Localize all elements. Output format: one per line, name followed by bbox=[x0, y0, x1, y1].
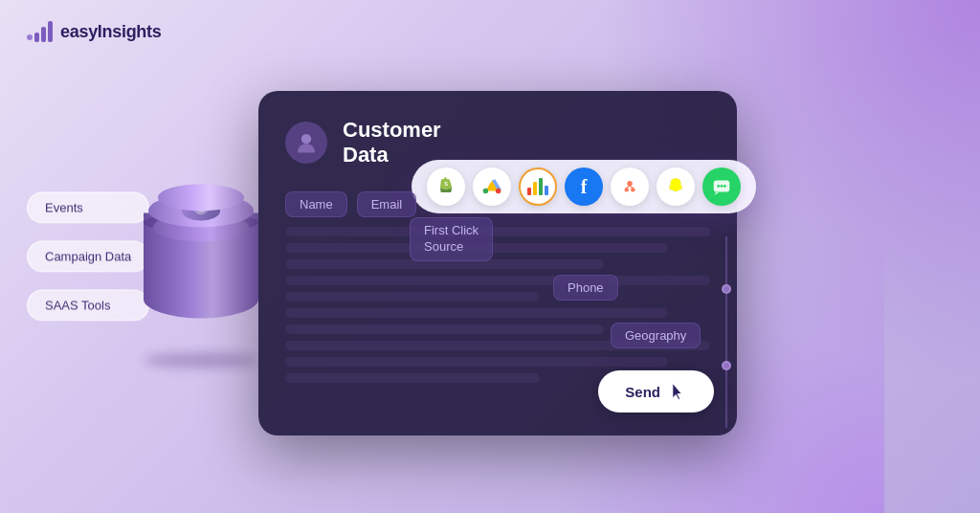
timeline-dot-2 bbox=[722, 361, 731, 370]
field-name-tag: Name bbox=[285, 191, 347, 217]
logo-text: easyInsights bbox=[60, 22, 161, 42]
data-row-10 bbox=[285, 373, 540, 383]
field-email-tag: Email bbox=[357, 191, 417, 217]
vertical-timeline-line bbox=[725, 236, 727, 428]
svg-point-12 bbox=[301, 134, 311, 144]
logo-insights: Insights bbox=[98, 22, 162, 41]
main-card: S f bbox=[258, 91, 737, 435]
logo-bar-3 bbox=[48, 21, 53, 42]
cursor-icon bbox=[668, 380, 687, 403]
field-phone-tag: Phone bbox=[553, 275, 618, 301]
avatar bbox=[285, 122, 327, 164]
cylinder: ◉ bbox=[144, 184, 258, 318]
phone-tag-wrapper: Phone bbox=[553, 275, 618, 301]
svg-point-11 bbox=[724, 185, 726, 188]
svg-text:S: S bbox=[444, 180, 448, 187]
logo-bar-2 bbox=[41, 27, 46, 42]
field-first-click-source-tag: First ClickSource bbox=[410, 217, 493, 261]
data-row-1 bbox=[285, 227, 710, 236]
svg-point-9 bbox=[717, 185, 720, 188]
data-content-area: First ClickSource Phone Geography bbox=[285, 227, 710, 383]
logo-dot bbox=[27, 34, 33, 40]
geography-tag-wrapper: Geography bbox=[611, 323, 701, 348]
send-button-label: Send bbox=[625, 384, 660, 400]
logo: easyInsights bbox=[27, 21, 161, 42]
field-geography-tag: Geography bbox=[611, 323, 701, 348]
logo-easy: easy bbox=[60, 22, 98, 41]
timeline-dot-1 bbox=[722, 284, 731, 294]
fields-area: Name Email First ClickSource bbox=[285, 191, 710, 383]
svg-line-7 bbox=[627, 186, 630, 188]
left-label-saas-tools[interactable]: SAAS Tools bbox=[27, 290, 149, 322]
data-row-5 bbox=[285, 292, 540, 301]
left-label-events[interactable]: Events bbox=[27, 192, 149, 224]
send-button[interactable]: Send bbox=[598, 370, 714, 413]
fields-row-1: Name Email bbox=[285, 191, 710, 217]
data-rows bbox=[285, 227, 710, 383]
svg-point-3 bbox=[627, 181, 633, 187]
logo-bar-1 bbox=[34, 33, 39, 42]
data-row-7 bbox=[285, 324, 604, 334]
svg-point-10 bbox=[721, 185, 724, 188]
card-title: CustomerData bbox=[343, 118, 441, 168]
logo-icon bbox=[27, 21, 53, 42]
cylinder-shadow bbox=[144, 352, 258, 368]
cylinder-tier-3 bbox=[158, 184, 244, 211]
first-click-tag-wrapper: First ClickSource bbox=[410, 217, 493, 261]
data-row-9 bbox=[285, 357, 668, 367]
svg-line-6 bbox=[630, 186, 633, 188]
data-row-4 bbox=[285, 276, 710, 285]
left-label-campaign-data[interactable]: Campaign Data bbox=[27, 241, 149, 273]
data-row-6 bbox=[285, 308, 668, 318]
left-labels: Events Campaign Data SAAS Tools bbox=[27, 192, 149, 322]
avatar-icon bbox=[294, 130, 319, 155]
cylinder-container: ◉ bbox=[134, 184, 268, 356]
